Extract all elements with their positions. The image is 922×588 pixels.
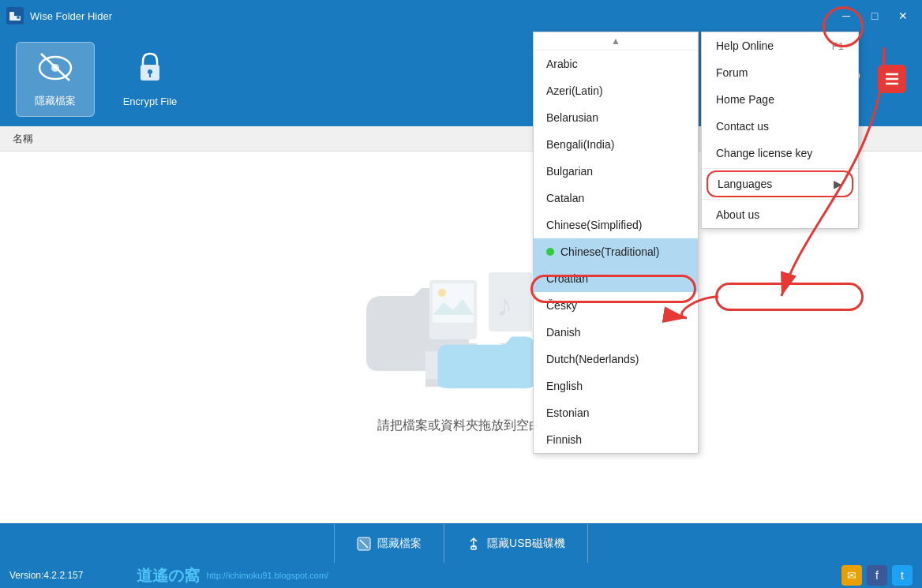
help-dropdown: Help Online F1 Forum Home Page Contact u… [701, 32, 859, 229]
twitter-button[interactable]: t [892, 565, 913, 586]
status-left: Version:4.2.2.157 道遙の窩 http://ichimoku91… [9, 565, 328, 586]
forum-label: Forum [716, 66, 748, 79]
svg-point-2 [17, 16, 20, 19]
lang-item-azeri[interactable]: Azeri(Latin) [534, 77, 698, 104]
svg-point-7 [148, 69, 152, 74]
lang-item-chinese-traditional[interactable]: Chinese(Traditional) [534, 238, 698, 265]
status-bar: Version:4.2.2.157 道遙の窩 http://ichimoku91… [0, 563, 922, 588]
lang-item-dutch[interactable]: Dutch(Nederlands) [534, 346, 698, 373]
lang-item-danish[interactable]: Danish [534, 319, 698, 346]
title-bar-controls: ─ □ ✕ [834, 5, 916, 27]
status-right: ✉ f t [841, 565, 913, 586]
help-online-label: Help Online [716, 39, 774, 52]
maximize-button[interactable]: □ [862, 5, 887, 27]
email-button[interactable]: ✉ [841, 565, 862, 586]
version-text: Version:4.2.2.157 [9, 570, 83, 581]
svg-rect-17 [433, 283, 474, 323]
lang-item-croatian[interactable]: Croatian [534, 265, 698, 292]
lang-item-catalan[interactable]: Catalan [534, 185, 698, 212]
svg-point-18 [438, 289, 446, 297]
lang-item-english[interactable]: English [534, 373, 698, 399]
help-item-languages[interactable]: Languages ▶ [706, 170, 853, 197]
title-bar-left: Wise Folder Hider [6, 7, 112, 24]
watermark-url: http://ichimoku91.blogspot.com/ [206, 571, 328, 580]
hide-file-bottom-label: 隱藏檔案 [377, 537, 422, 551]
hide-file-bottom-button[interactable]: 隱藏檔案 [334, 524, 444, 563]
lang-item-bengali[interactable]: Bengali(India) [534, 131, 698, 158]
languages-arrow-icon: ▶ [834, 178, 842, 190]
menu-divider-2 [702, 199, 858, 200]
bottom-bar: 隱藏檔案 隱藏USB磁碟機 [0, 523, 922, 563]
menu-icon-button[interactable] [878, 65, 906, 93]
svg-text:♪: ♪ [497, 287, 512, 322]
languages-label: Languages [718, 178, 772, 190]
help-item-contact[interactable]: Contact us [702, 113, 858, 140]
about-label: About us [716, 208, 759, 221]
license-label: Change license key [716, 147, 812, 159]
contact-label: Contact us [716, 120, 769, 133]
encrypt-file-label: Encrypt File [123, 96, 178, 107]
homepage-label: Home Page [716, 93, 774, 106]
facebook-button[interactable]: f [867, 565, 887, 586]
help-online-shortcut: F1 [832, 40, 844, 52]
hide-usb-bottom-button[interactable]: 隱藏USB磁碟機 [444, 524, 588, 563]
hide-usb-bottom-label: 隱藏USB磁碟機 [487, 537, 565, 551]
watermark-text: 道遙の窩 [137, 565, 200, 586]
lang-item-finnish[interactable]: Finnish [534, 426, 698, 453]
menu-divider [702, 168, 858, 169]
lang-item-arabic[interactable]: Arabic [534, 51, 698, 77]
selected-dot [546, 248, 554, 256]
hide-file-button[interactable]: 隱藏檔案 [16, 42, 95, 117]
encrypt-file-icon [136, 51, 164, 91]
close-button[interactable]: ✕ [890, 5, 916, 27]
help-item-online[interactable]: Help Online F1 [702, 32, 858, 59]
app-icon [6, 7, 24, 24]
minimize-button[interactable]: ─ [834, 5, 859, 27]
help-item-forum[interactable]: Forum [702, 59, 858, 86]
scroll-up-indicator: ▲ [534, 32, 698, 51]
lang-item-belarusian[interactable]: Belarusian [534, 104, 698, 131]
column-name: 名稱 [13, 132, 33, 146]
title-bar: Wise Folder Hider ─ □ ✕ [0, 0, 922, 32]
lang-item-cesky[interactable]: Česky [534, 292, 698, 319]
help-item-about[interactable]: About us [702, 201, 858, 228]
app-title: Wise Folder Hider [30, 10, 112, 22]
help-item-homepage[interactable]: Home Page [702, 86, 858, 113]
lang-item-estonian[interactable]: Estonian [534, 399, 698, 426]
svg-point-5 [51, 64, 59, 72]
svg-rect-0 [9, 12, 14, 16]
lang-item-bulgarian[interactable]: Bulgarian [534, 158, 698, 185]
encrypt-file-button[interactable]: Encrypt File [111, 42, 189, 117]
hide-file-icon [38, 51, 73, 89]
hide-file-label: 隱藏檔案 [35, 94, 76, 108]
drop-hint: 請把檔案或資料夾拖放到空白. [377, 418, 545, 434]
lang-item-chinese-simplified[interactable]: Chinese(Simplified) [534, 212, 698, 238]
language-dropdown: ▲ Arabic Azeri(Latin) Belarusian Bengali… [533, 32, 699, 454]
help-item-license[interactable]: Change license key [702, 140, 858, 167]
